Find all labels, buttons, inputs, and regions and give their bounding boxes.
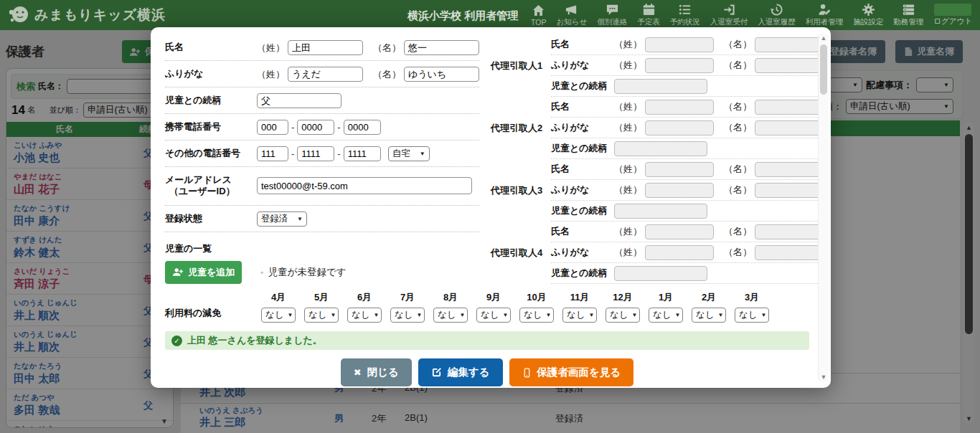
email-input[interactable] — [257, 177, 472, 194]
scroll-up-icon[interactable]: ▲ — [819, 34, 829, 42]
close-button[interactable]: ✖ 閉じる — [341, 358, 412, 386]
proxy2-givenname-furigana-input[interactable] — [755, 120, 824, 135]
megaphone-icon — [565, 3, 578, 16]
name-row: 氏名 （姓） （名） — [165, 34, 479, 61]
surname-input[interactable] — [288, 40, 363, 55]
nav-contact[interactable]: 個別連絡 — [592, 0, 632, 30]
proxy4-relation-input[interactable] — [614, 266, 707, 281]
proxy3-surname-furigana-input[interactable] — [645, 183, 714, 198]
mobile-phone-part3-input[interactable] — [344, 120, 381, 135]
view-guardian-screen-button[interactable]: 保護者画面を見る — [509, 358, 634, 386]
chevron-down-icon: ▼ — [503, 312, 509, 318]
mobile-phone-part1-input[interactable] — [257, 120, 288, 135]
other-phone-part3-input[interactable] — [344, 146, 381, 161]
work-icon — [902, 3, 915, 16]
nav-facility-settings[interactable]: 施設設定 — [848, 0, 888, 30]
bullet-icon: ◦ — [260, 267, 263, 277]
gear-icon — [862, 3, 875, 16]
proxy3-givenname-furigana-input[interactable] — [755, 183, 824, 198]
reduction-select-dec[interactable]: なし▼ — [606, 308, 640, 323]
modal-actions: ✖ 閉じる 編集する 保護者画面を見る — [165, 358, 809, 386]
person-plus-icon — [172, 267, 184, 277]
phone-type-select[interactable]: 自宅▼ — [388, 146, 430, 161]
proxy-group-1: 代理引取人1 氏名（姓）（名） ふりがな（姓）（名） 児童との続柄 — [491, 34, 824, 97]
proxy4-surname-input[interactable] — [645, 224, 714, 239]
reduction-select-sep[interactable]: なし▼ — [476, 308, 511, 323]
reduction-select-jun[interactable]: なし▼ — [347, 308, 382, 323]
reduction-select-jan[interactable]: なし▼ — [649, 308, 683, 323]
proxy3-relation-input[interactable] — [614, 204, 707, 219]
proxy4-surname-furigana-input[interactable] — [645, 245, 714, 260]
proxy3-surname-input[interactable] — [645, 162, 714, 177]
chevron-down-icon: ▼ — [417, 312, 423, 318]
reduction-select-may[interactable]: なし▼ — [304, 308, 339, 323]
proxy2-relation-input[interactable] — [614, 141, 707, 156]
registration-status-select[interactable]: 登録済▼ — [257, 211, 307, 227]
scroll-down-icon[interactable]: ▼ — [819, 373, 829, 381]
email-row: メールアドレス（ユーザーID） — [165, 167, 479, 206]
proxy-group-4: 代理引取人4 氏名（姓）（名） ふりがな（姓）（名） 児童との続柄 — [491, 222, 824, 284]
nav-user-management[interactable]: 利用者管理 — [801, 0, 849, 30]
chevron-down-icon: ▼ — [632, 312, 638, 318]
scrollbar-thumb[interactable] — [820, 44, 827, 95]
no-children-message: ◦児童が未登録です — [260, 266, 346, 279]
reduction-select-jul[interactable]: なし▼ — [390, 308, 425, 323]
children-list-block: 児童の一覧 児童を追加 ◦児童が未登録です — [165, 242, 479, 284]
proxy3-givenname-input[interactable] — [755, 162, 824, 177]
proxy-group-3: 代理引取人3 氏名（姓）（名） ふりがな（姓）（名） 児童との続柄 — [491, 159, 824, 222]
proxy-pickers: 代理引取人1 氏名（姓）（名） ふりがな（姓）（名） 児童との続柄 代理引取人2… — [491, 34, 824, 284]
status-row: 登録状態 登録済▼ — [165, 206, 479, 232]
reduction-select-nov[interactable]: なし▼ — [562, 308, 597, 323]
guardian-form: 氏名 （姓） （名） ふりがな （姓） （名） 児童との続柄 携帯電話番号 - — [165, 34, 479, 284]
proxy2-surname-furigana-input[interactable] — [645, 120, 714, 135]
app-logo[interactable]: みまもりキッズ横浜 — [7, 4, 166, 27]
chevron-down-icon: ▼ — [546, 312, 552, 318]
nav-news[interactable]: お知らせ — [552, 0, 593, 30]
givenname-furigana-input[interactable] — [404, 67, 479, 82]
other-phone-part1-input[interactable] — [257, 146, 288, 161]
reduction-select-apr[interactable]: なし▼ — [261, 308, 296, 323]
nav-logout[interactable]: ログアウト — [928, 0, 977, 30]
edit-pencil-icon — [431, 367, 442, 378]
nav-entry-exit[interactable]: 入退室受付 — [705, 0, 753, 30]
logo-text: みまもりキッズ横浜 — [34, 6, 166, 24]
mobile-phone-part2-input[interactable] — [297, 120, 334, 135]
mascot-icon — [7, 4, 30, 27]
surname-furigana-input[interactable] — [288, 67, 363, 82]
reduction-select-aug[interactable]: なし▼ — [433, 308, 468, 323]
proxy1-givenname-input[interactable] — [755, 37, 824, 52]
relation-input[interactable] — [257, 93, 341, 108]
nav-history[interactable]: 入退室履歴 — [753, 0, 801, 30]
chevron-down-icon: ▼ — [297, 216, 303, 222]
calendar-icon — [642, 3, 656, 16]
other-phone-part2-input[interactable] — [297, 146, 334, 161]
mobile-phone-icon — [522, 367, 532, 379]
reduction-select-feb[interactable]: なし▼ — [692, 308, 726, 323]
nav-work-management[interactable]: 勤務管理 — [888, 0, 928, 30]
edit-button[interactable]: 編集する — [418, 358, 503, 386]
proxy4-givenname-input[interactable] — [755, 224, 824, 239]
nav-top[interactable]: TOP — [526, 0, 551, 30]
reduction-select-oct[interactable]: なし▼ — [519, 308, 554, 323]
givenname-input[interactable] — [404, 40, 479, 55]
list-icon — [678, 3, 692, 16]
proxy2-givenname-input[interactable] — [755, 100, 824, 115]
proxy2-surname-input[interactable] — [645, 100, 714, 115]
nav-reservations[interactable]: 予約状況 — [665, 0, 705, 30]
proxy1-surname-input[interactable] — [645, 37, 714, 52]
modal-scrollbar[interactable]: ▲ ▼ — [818, 33, 829, 382]
chevron-down-icon: ▼ — [761, 312, 767, 318]
chevron-down-icon: ▼ — [675, 312, 681, 318]
chevron-down-icon: ▼ — [460, 312, 466, 318]
proxy4-givenname-furigana-input[interactable] — [755, 245, 824, 260]
fee-reduction-label: 利用料の減免 — [165, 307, 257, 323]
reduction-select-mar[interactable]: なし▼ — [735, 308, 769, 323]
proxy1-surname-furigana-input[interactable] — [645, 58, 714, 73]
proxy1-givenname-furigana-input[interactable] — [755, 58, 824, 73]
check-circle-icon: ✓ — [171, 336, 182, 346]
proxy1-relation-input[interactable] — [614, 79, 707, 94]
add-child-button[interactable]: 児童を追加 — [165, 261, 242, 284]
fee-reduction-section: 利用料の減免 4月なし▼ 5月なし▼ 6月なし▼ 7月なし▼ 8月なし▼ 9月な… — [165, 291, 809, 323]
chevron-down-icon: ▼ — [374, 312, 380, 318]
nav-schedule[interactable]: 予定表 — [632, 0, 665, 30]
